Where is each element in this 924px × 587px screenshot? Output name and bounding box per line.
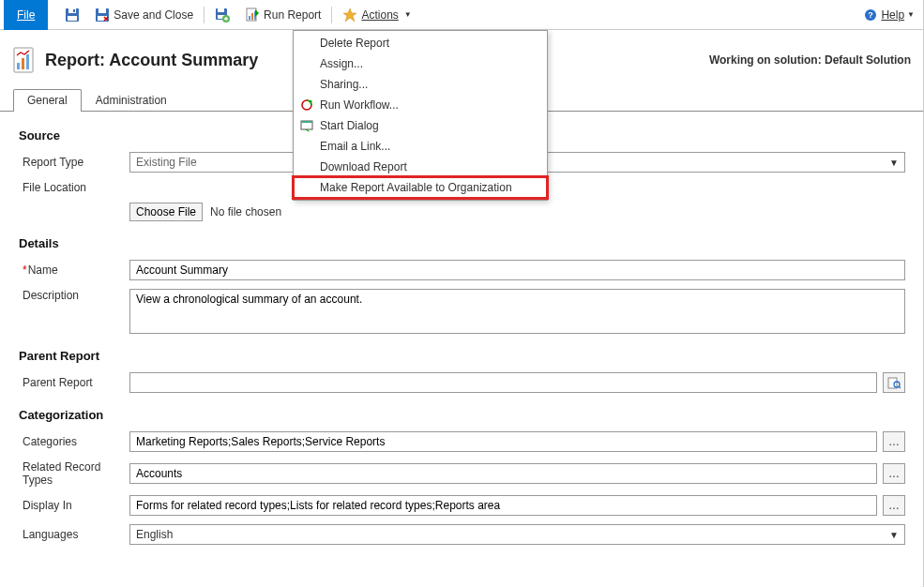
menu-item-sharing[interactable]: Sharing... — [294, 74, 547, 95]
menu-item-label: Assign... — [320, 57, 363, 70]
svg-line-27 — [899, 386, 901, 388]
report-icon — [13, 47, 36, 73]
section-parent: Parent Report — [19, 349, 905, 363]
save-icon — [65, 8, 80, 23]
choose-file-button[interactable]: Choose File — [129, 203, 203, 221]
help-button[interactable]: ? Help ▼ — [863, 8, 920, 23]
help-label: Help — [881, 8, 904, 22]
select-value: Existing File — [136, 156, 197, 169]
menu-item-make-available-org[interactable]: Make Report Available to Organization — [294, 177, 547, 198]
select-value: English — [136, 528, 173, 541]
menu-item-email-link[interactable]: Email a Link... — [294, 136, 547, 157]
actions-dropdown-menu: Delete Report Assign... Sharing... Run W… — [293, 30, 548, 201]
page-title: Report: Account Summary — [45, 51, 258, 70]
name-input[interactable] — [129, 260, 905, 280]
label-categories: Categories — [19, 435, 129, 448]
run-report-icon — [245, 8, 260, 23]
svg-rect-12 — [249, 16, 250, 20]
menu-item-label: Delete Report — [320, 37, 389, 50]
section-details: Details — [19, 236, 905, 250]
ellipsis-icon: … — [888, 467, 900, 480]
file-menu-label: File — [17, 8, 35, 22]
svg-marker-15 — [343, 8, 356, 22]
chevron-down-icon: ▼ — [889, 530, 899, 540]
ellipsis-icon: … — [888, 435, 900, 448]
svg-rect-6 — [98, 8, 106, 13]
menu-item-label: Make Report Available to Organization — [320, 181, 512, 194]
lookup-icon — [887, 376, 901, 389]
svg-rect-9 — [218, 8, 224, 12]
tab-general[interactable]: General — [13, 89, 82, 112]
related-record-types-input[interactable] — [129, 463, 877, 484]
toolbar-separator — [204, 7, 204, 23]
parent-report-lookup-button[interactable] — [883, 372, 905, 393]
label-display-in: Display In — [19, 499, 129, 512]
toolbar: File Save and Close Run Report Actions ▼… — [0, 0, 924, 30]
actions-menu-button[interactable]: Actions ▼ — [335, 4, 418, 26]
label-parent-report: Parent Report — [19, 376, 129, 389]
help-icon: ? — [863, 8, 878, 23]
svg-text:?: ? — [869, 10, 874, 20]
run-report-button[interactable]: Run Report — [237, 4, 328, 26]
label-related-record-types: Related Record Types — [19, 460, 129, 487]
categories-input[interactable] — [129, 431, 877, 452]
svg-rect-1 — [68, 16, 77, 21]
menu-item-label: Email a Link... — [320, 140, 390, 153]
run-report-label: Run Report — [264, 8, 321, 22]
save-as-icon — [215, 8, 230, 23]
menu-item-assign[interactable]: Assign... — [294, 53, 547, 74]
ellipsis-icon: … — [888, 499, 900, 512]
file-chosen-status: No file chosen — [210, 205, 281, 218]
parent-report-input[interactable] — [129, 372, 877, 393]
actions-icon — [342, 8, 357, 23]
chevron-down-icon: ▼ — [404, 10, 412, 19]
label-description: Description — [19, 289, 129, 302]
svg-rect-20 — [301, 121, 312, 123]
description-input[interactable] — [129, 289, 905, 334]
svg-rect-3 — [73, 9, 75, 12]
chevron-down-icon: ▼ — [907, 10, 915, 19]
menu-item-label: Run Workflow... — [320, 98, 399, 112]
save-close-icon — [95, 8, 110, 23]
svg-rect-22 — [17, 63, 20, 69]
label-report-type: Report Type — [19, 156, 129, 169]
menu-item-label: Sharing... — [320, 78, 368, 91]
workflow-icon — [299, 98, 314, 113]
label-file-location: File Location — [19, 181, 129, 194]
save-close-label: Save and Close — [114, 8, 193, 22]
save-as-button[interactable] — [207, 4, 237, 26]
toolbar-separator — [331, 7, 332, 23]
tab-label: Administration — [96, 94, 167, 107]
menu-item-label: Download Report — [320, 160, 407, 173]
display-in-edit-button[interactable]: … — [883, 495, 905, 516]
label-languages: Languages — [19, 528, 129, 541]
tab-label: General — [27, 94, 68, 107]
dialog-icon — [299, 118, 314, 133]
menu-item-run-workflow[interactable]: Run Workflow... — [294, 95, 547, 115]
menu-item-delete-report[interactable]: Delete Report — [294, 33, 547, 53]
tab-administration[interactable]: Administration — [82, 89, 181, 112]
save-button[interactable] — [57, 4, 87, 26]
menu-item-label: Start Dialog — [320, 119, 379, 132]
svg-rect-24 — [26, 54, 29, 69]
languages-select[interactable]: English ▼ — [129, 524, 905, 545]
categories-edit-button[interactable]: … — [883, 431, 905, 452]
svg-rect-13 — [251, 13, 253, 20]
actions-label: Actions — [361, 8, 398, 22]
display-in-input[interactable] — [129, 495, 877, 516]
save-and-close-button[interactable]: Save and Close — [87, 4, 201, 26]
menu-item-download-report[interactable]: Download Report — [294, 157, 547, 177]
related-edit-button[interactable]: … — [883, 463, 905, 484]
svg-rect-23 — [22, 58, 24, 69]
menu-item-start-dialog[interactable]: Start Dialog — [294, 115, 547, 136]
file-menu-button[interactable]: File — [4, 0, 48, 30]
chevron-down-icon: ▼ — [889, 158, 899, 168]
section-categorization: Categorization — [19, 408, 905, 422]
label-name: Name — [19, 263, 129, 277]
solution-info: Working on solution: Default Solution — [709, 53, 911, 67]
